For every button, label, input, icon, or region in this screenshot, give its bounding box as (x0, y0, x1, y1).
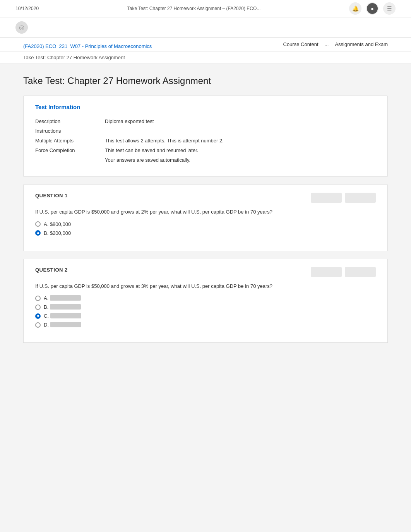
info-value: This test can be saved and resumed later… (105, 145, 376, 155)
info-label: Description (35, 116, 105, 126)
info-row: Instructions (35, 126, 376, 136)
answer-label: A. (44, 295, 81, 301)
top-bar-title: Take Test: Chapter 27 Homework Assignmen… (39, 6, 349, 11)
nav-breadcrumb: (FA2020) ECO_231_W07 - Principles of Mac… (0, 38, 411, 51)
info-value: This test allows 2 attempts. This is att… (105, 136, 376, 145)
answer-label: C. (44, 313, 81, 319)
test-info-title: Test Information (35, 104, 376, 110)
question-text: If U.S. per capita GDP is $50,000 and gr… (35, 208, 376, 216)
question-header: QUESTION 1 (35, 193, 376, 203)
top-bar-date: 10/12/2020 (15, 6, 39, 11)
top-bar-right: 🔔 ● ☰ (349, 2, 396, 15)
nav-breadcrumb-right: Course Content ... Assignments and Exam (283, 41, 388, 51)
more-nav-link[interactable]: ... (325, 41, 329, 47)
points-box-2 (345, 193, 376, 203)
question-label: QUESTION 1 (35, 193, 68, 198)
radio-button[interactable] (35, 322, 41, 328)
question-points-area (311, 267, 376, 277)
app-logo-icon: ◎ (15, 21, 28, 34)
user-avatar-btn[interactable]: ● (366, 2, 378, 15)
answer-label: B. $200,000 (44, 230, 71, 236)
info-label: Force Completion (35, 145, 105, 155)
info-value (105, 126, 376, 136)
info-label: Multiple Attempts (35, 136, 105, 145)
info-row: Force CompletionThis test can be saved a… (35, 145, 376, 155)
answer-option[interactable]: D. (35, 322, 376, 328)
answer-option[interactable]: B. $200,000 (35, 230, 376, 236)
info-value: Diploma exported test (105, 116, 376, 126)
info-row: Your answers are saved automatically. (35, 155, 376, 165)
test-info-card: Test Information DescriptionDiploma expo… (23, 96, 388, 177)
breadcrumb-course: (FA2020) ECO_231_W07 - Principles of Mac… (23, 43, 152, 49)
question-label: QUESTION 2 (35, 267, 68, 273)
test-info-table: DescriptionDiploma exported testInstruct… (35, 116, 376, 165)
answer-label: D. (44, 322, 81, 328)
course-link[interactable]: (FA2020) ECO_231_W07 - Principles of Mac… (23, 43, 152, 49)
answer-option[interactable]: C. (35, 313, 376, 319)
header-logo-area: ◎ (15, 17, 28, 37)
bell-icon-btn[interactable]: 🔔 (349, 2, 361, 15)
avatar: ● (367, 3, 378, 14)
radio-button[interactable] (35, 230, 41, 236)
assignments-exam-nav-link[interactable]: Assignments and Exam (335, 41, 388, 47)
breadcrumb-page: Take Test: Chapter 27 Homework Assignmen… (23, 55, 125, 60)
header-nav-links (34, 17, 396, 37)
question-header: QUESTION 2 (35, 267, 376, 277)
info-row: Multiple AttemptsThis test allows 2 atte… (35, 136, 376, 145)
question-text: If U.S. per capita GDP is $50,000 and gr… (35, 282, 376, 290)
points-box-1 (311, 193, 342, 203)
points-box-1 (311, 267, 342, 277)
answer-option[interactable]: A. (35, 295, 376, 301)
questions-container: QUESTION 1If U.S. per capita GDP is $50,… (23, 185, 388, 343)
info-value: Your answers are saved automatically. (105, 155, 376, 165)
question-points-area (311, 193, 376, 203)
answer-label: A. $800,000 (44, 221, 71, 227)
answer-option[interactable]: B. (35, 304, 376, 310)
radio-button[interactable] (35, 296, 41, 301)
answer-option[interactable]: A. $800,000 (35, 221, 376, 227)
points-box-2 (345, 267, 376, 277)
info-row: DescriptionDiploma exported test (35, 116, 376, 126)
course-content-nav-link[interactable]: Course Content (283, 41, 319, 47)
answer-label: B. (44, 304, 81, 310)
breadcrumb-bar: Take Test: Chapter 27 Homework Assignmen… (0, 51, 411, 64)
radio-button[interactable] (35, 221, 41, 227)
question-card: QUESTION 1If U.S. per capita GDP is $50,… (23, 185, 388, 251)
info-label: Instructions (35, 126, 105, 136)
header-nav: ◎ (0, 17, 411, 38)
radio-button[interactable] (35, 304, 41, 310)
info-label (35, 155, 105, 165)
menu-icon-btn[interactable]: ☰ (383, 2, 396, 15)
question-card: QUESTION 2If U.S. per capita GDP is $50,… (23, 259, 388, 343)
radio-button[interactable] (35, 313, 41, 319)
top-bar: 10/12/2020 Take Test: Chapter 27 Homewor… (0, 0, 411, 17)
page-title: Take Test: Chapter 27 Homework Assignmen… (23, 75, 388, 86)
main-content: Take Test: Chapter 27 Homework Assignmen… (0, 64, 411, 373)
